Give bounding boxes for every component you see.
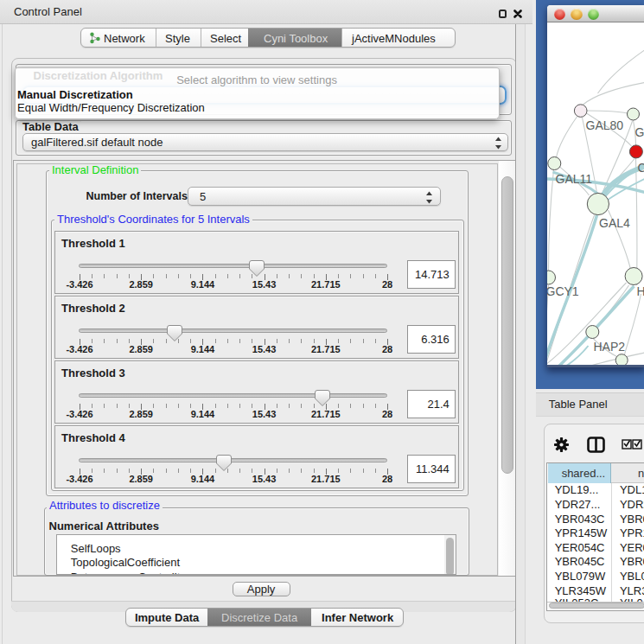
svg-text:GAL11: GAL11: [555, 172, 592, 186]
svg-text:GAL4: GAL4: [599, 216, 630, 230]
svg-text:GAL80: GAL80: [585, 118, 623, 132]
svg-text:HA: HA: [636, 284, 644, 298]
svg-text:CY: CY: [637, 161, 644, 175]
svg-text:GA: GA: [634, 125, 644, 139]
svg-text:HAP2: HAP2: [593, 340, 625, 354]
svg-text:GCY1: GCY1: [547, 284, 579, 298]
